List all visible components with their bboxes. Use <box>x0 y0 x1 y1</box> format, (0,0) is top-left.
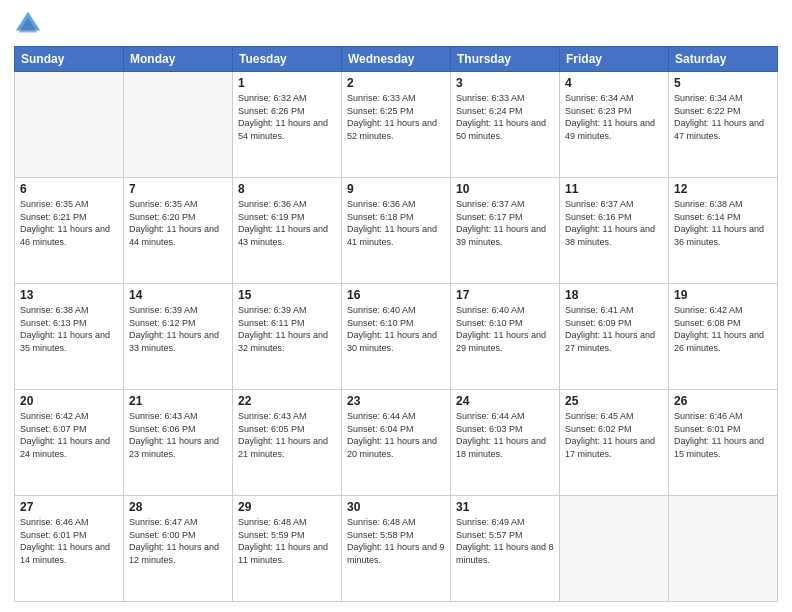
calendar-cell: 30Sunrise: 6:48 AM Sunset: 5:58 PM Dayli… <box>342 496 451 602</box>
day-number: 14 <box>129 288 227 302</box>
day-number: 27 <box>20 500 118 514</box>
calendar-cell: 12Sunrise: 6:38 AM Sunset: 6:14 PM Dayli… <box>669 178 778 284</box>
day-info: Sunrise: 6:33 AM Sunset: 6:24 PM Dayligh… <box>456 92 554 142</box>
day-info: Sunrise: 6:37 AM Sunset: 6:17 PM Dayligh… <box>456 198 554 248</box>
day-number: 13 <box>20 288 118 302</box>
calendar-cell <box>15 72 124 178</box>
calendar-cell: 11Sunrise: 6:37 AM Sunset: 6:16 PM Dayli… <box>560 178 669 284</box>
day-number: 17 <box>456 288 554 302</box>
day-info: Sunrise: 6:38 AM Sunset: 6:14 PM Dayligh… <box>674 198 772 248</box>
day-info: Sunrise: 6:36 AM Sunset: 6:18 PM Dayligh… <box>347 198 445 248</box>
day-info: Sunrise: 6:43 AM Sunset: 6:05 PM Dayligh… <box>238 410 336 460</box>
day-number: 1 <box>238 76 336 90</box>
calendar-cell: 16Sunrise: 6:40 AM Sunset: 6:10 PM Dayli… <box>342 284 451 390</box>
day-number: 24 <box>456 394 554 408</box>
day-number: 10 <box>456 182 554 196</box>
calendar-cell: 4Sunrise: 6:34 AM Sunset: 6:23 PM Daylig… <box>560 72 669 178</box>
weekday-header-row: SundayMondayTuesdayWednesdayThursdayFrid… <box>15 47 778 72</box>
day-number: 12 <box>674 182 772 196</box>
day-number: 19 <box>674 288 772 302</box>
day-number: 30 <box>347 500 445 514</box>
day-number: 23 <box>347 394 445 408</box>
weekday-header-tuesday: Tuesday <box>233 47 342 72</box>
weekday-header-thursday: Thursday <box>451 47 560 72</box>
day-number: 4 <box>565 76 663 90</box>
day-info: Sunrise: 6:40 AM Sunset: 6:10 PM Dayligh… <box>456 304 554 354</box>
calendar-cell: 17Sunrise: 6:40 AM Sunset: 6:10 PM Dayli… <box>451 284 560 390</box>
header <box>14 10 778 38</box>
calendar-cell: 6Sunrise: 6:35 AM Sunset: 6:21 PM Daylig… <box>15 178 124 284</box>
day-info: Sunrise: 6:35 AM Sunset: 6:20 PM Dayligh… <box>129 198 227 248</box>
day-number: 18 <box>565 288 663 302</box>
day-number: 5 <box>674 76 772 90</box>
day-info: Sunrise: 6:44 AM Sunset: 6:04 PM Dayligh… <box>347 410 445 460</box>
calendar-cell: 28Sunrise: 6:47 AM Sunset: 6:00 PM Dayli… <box>124 496 233 602</box>
day-number: 6 <box>20 182 118 196</box>
day-info: Sunrise: 6:46 AM Sunset: 6:01 PM Dayligh… <box>674 410 772 460</box>
week-row-2: 6Sunrise: 6:35 AM Sunset: 6:21 PM Daylig… <box>15 178 778 284</box>
day-info: Sunrise: 6:45 AM Sunset: 6:02 PM Dayligh… <box>565 410 663 460</box>
day-info: Sunrise: 6:34 AM Sunset: 6:22 PM Dayligh… <box>674 92 772 142</box>
day-number: 26 <box>674 394 772 408</box>
day-info: Sunrise: 6:36 AM Sunset: 6:19 PM Dayligh… <box>238 198 336 248</box>
weekday-header-monday: Monday <box>124 47 233 72</box>
day-number: 2 <box>347 76 445 90</box>
weekday-header-saturday: Saturday <box>669 47 778 72</box>
day-info: Sunrise: 6:37 AM Sunset: 6:16 PM Dayligh… <box>565 198 663 248</box>
calendar-cell: 31Sunrise: 6:49 AM Sunset: 5:57 PM Dayli… <box>451 496 560 602</box>
calendar-cell: 7Sunrise: 6:35 AM Sunset: 6:20 PM Daylig… <box>124 178 233 284</box>
calendar-cell: 22Sunrise: 6:43 AM Sunset: 6:05 PM Dayli… <box>233 390 342 496</box>
day-number: 20 <box>20 394 118 408</box>
calendar-cell: 14Sunrise: 6:39 AM Sunset: 6:12 PM Dayli… <box>124 284 233 390</box>
day-info: Sunrise: 6:43 AM Sunset: 6:06 PM Dayligh… <box>129 410 227 460</box>
calendar-cell: 20Sunrise: 6:42 AM Sunset: 6:07 PM Dayli… <box>15 390 124 496</box>
calendar-cell: 18Sunrise: 6:41 AM Sunset: 6:09 PM Dayli… <box>560 284 669 390</box>
day-info: Sunrise: 6:41 AM Sunset: 6:09 PM Dayligh… <box>565 304 663 354</box>
day-number: 9 <box>347 182 445 196</box>
day-info: Sunrise: 6:44 AM Sunset: 6:03 PM Dayligh… <box>456 410 554 460</box>
calendar-cell <box>560 496 669 602</box>
day-info: Sunrise: 6:49 AM Sunset: 5:57 PM Dayligh… <box>456 516 554 566</box>
day-number: 29 <box>238 500 336 514</box>
day-number: 25 <box>565 394 663 408</box>
day-number: 7 <box>129 182 227 196</box>
day-info: Sunrise: 6:33 AM Sunset: 6:25 PM Dayligh… <box>347 92 445 142</box>
day-number: 31 <box>456 500 554 514</box>
day-info: Sunrise: 6:48 AM Sunset: 5:59 PM Dayligh… <box>238 516 336 566</box>
day-info: Sunrise: 6:42 AM Sunset: 6:08 PM Dayligh… <box>674 304 772 354</box>
day-info: Sunrise: 6:32 AM Sunset: 6:26 PM Dayligh… <box>238 92 336 142</box>
day-number: 28 <box>129 500 227 514</box>
day-number: 21 <box>129 394 227 408</box>
day-info: Sunrise: 6:39 AM Sunset: 6:11 PM Dayligh… <box>238 304 336 354</box>
week-row-3: 13Sunrise: 6:38 AM Sunset: 6:13 PM Dayli… <box>15 284 778 390</box>
calendar-cell: 26Sunrise: 6:46 AM Sunset: 6:01 PM Dayli… <box>669 390 778 496</box>
calendar-cell: 3Sunrise: 6:33 AM Sunset: 6:24 PM Daylig… <box>451 72 560 178</box>
logo-icon <box>14 10 42 38</box>
calendar-cell: 9Sunrise: 6:36 AM Sunset: 6:18 PM Daylig… <box>342 178 451 284</box>
day-info: Sunrise: 6:42 AM Sunset: 6:07 PM Dayligh… <box>20 410 118 460</box>
weekday-header-sunday: Sunday <box>15 47 124 72</box>
day-number: 11 <box>565 182 663 196</box>
calendar-cell: 1Sunrise: 6:32 AM Sunset: 6:26 PM Daylig… <box>233 72 342 178</box>
weekday-header-wednesday: Wednesday <box>342 47 451 72</box>
day-info: Sunrise: 6:35 AM Sunset: 6:21 PM Dayligh… <box>20 198 118 248</box>
day-info: Sunrise: 6:40 AM Sunset: 6:10 PM Dayligh… <box>347 304 445 354</box>
calendar-cell: 24Sunrise: 6:44 AM Sunset: 6:03 PM Dayli… <box>451 390 560 496</box>
calendar-cell: 2Sunrise: 6:33 AM Sunset: 6:25 PM Daylig… <box>342 72 451 178</box>
week-row-1: 1Sunrise: 6:32 AM Sunset: 6:26 PM Daylig… <box>15 72 778 178</box>
day-info: Sunrise: 6:46 AM Sunset: 6:01 PM Dayligh… <box>20 516 118 566</box>
day-info: Sunrise: 6:38 AM Sunset: 6:13 PM Dayligh… <box>20 304 118 354</box>
day-number: 3 <box>456 76 554 90</box>
day-number: 16 <box>347 288 445 302</box>
day-number: 15 <box>238 288 336 302</box>
calendar-cell: 10Sunrise: 6:37 AM Sunset: 6:17 PM Dayli… <box>451 178 560 284</box>
week-row-5: 27Sunrise: 6:46 AM Sunset: 6:01 PM Dayli… <box>15 496 778 602</box>
calendar-cell: 29Sunrise: 6:48 AM Sunset: 5:59 PM Dayli… <box>233 496 342 602</box>
week-row-4: 20Sunrise: 6:42 AM Sunset: 6:07 PM Dayli… <box>15 390 778 496</box>
day-number: 22 <box>238 394 336 408</box>
calendar-cell <box>124 72 233 178</box>
day-info: Sunrise: 6:47 AM Sunset: 6:00 PM Dayligh… <box>129 516 227 566</box>
day-info: Sunrise: 6:34 AM Sunset: 6:23 PM Dayligh… <box>565 92 663 142</box>
calendar-cell: 27Sunrise: 6:46 AM Sunset: 6:01 PM Dayli… <box>15 496 124 602</box>
calendar-cell: 5Sunrise: 6:34 AM Sunset: 6:22 PM Daylig… <box>669 72 778 178</box>
